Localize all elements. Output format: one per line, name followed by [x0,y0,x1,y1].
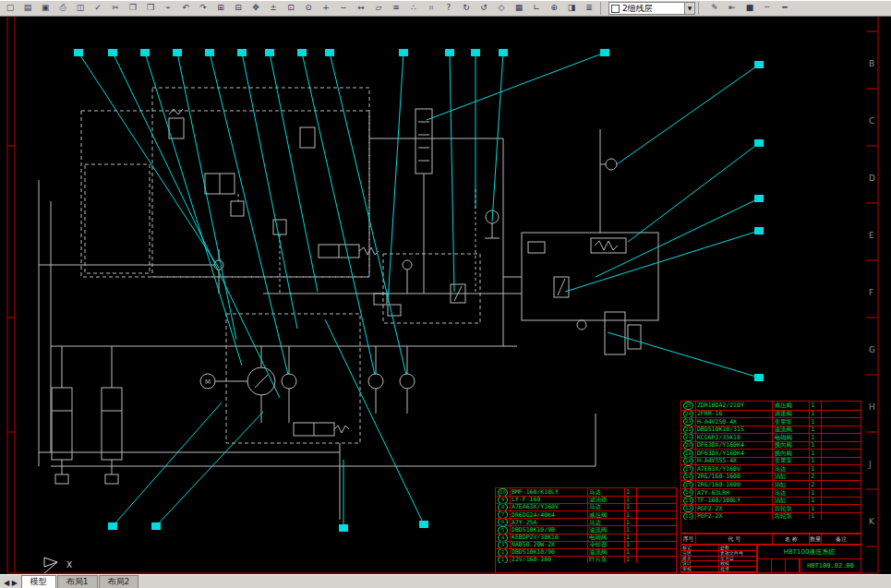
part-qty: 1 [624,542,636,548]
undo-icon[interactable]: ↶ [177,1,194,16]
part-qty: 1 [809,450,821,457]
parts-list-row: 4KEBDP2V/30K10电磁阀1 [496,534,676,541]
part-code: DBDS10K10/9B [510,526,587,533]
lineweight-control-icon[interactable]: ━ [777,1,793,16]
locate-point-icon[interactable]: ∴ [405,1,422,16]
erase-icon[interactable]: ⊟ [230,1,247,16]
parts-list-column-header: 序号 [681,534,695,544]
balloon-marker[interactable] [237,49,247,56]
properties-icon[interactable]: ◨ [563,1,580,16]
save-icon[interactable]: ▣ [37,1,54,16]
area-icon[interactable]: ▱ [370,1,387,16]
balloon-marker[interactable] [754,374,764,381]
balloon-marker[interactable] [108,49,117,56]
part-code: KCG6P2/35K10 [695,434,773,441]
calculator-icon[interactable]: ⌗ [423,1,439,16]
zone-letter: H [869,403,875,412]
balloon-marker[interactable] [471,49,480,56]
balloon-marker[interactable] [399,49,408,56]
copy-icon[interactable]: ❐ [125,1,141,16]
item-number: 14 [681,489,695,497]
balloon-marker[interactable] [74,49,83,56]
item-number: 24 [681,411,695,418]
zoom-realtime-icon[interactable]: ± [265,1,282,16]
part-remark [636,526,676,533]
color-control-icon[interactable]: ■ [741,1,758,16]
item-number: 23 [681,418,695,426]
part-name: 马达 [587,504,624,510]
layout-tab-layout2[interactable]: 布局2 [99,575,139,588]
balloon-marker[interactable] [754,227,764,234]
part-name: 换向阀 [772,442,809,450]
new-icon[interactable]: ▢ [2,1,18,16]
part-code: DBDS10K10/90 [510,549,587,556]
balloon-marker[interactable] [205,49,214,56]
balloon-marker[interactable] [265,49,274,56]
balloon-marker[interactable] [419,521,428,528]
zoom-window-icon[interactable]: ⊡ [283,1,299,16]
balloon-marker[interactable] [339,524,348,532]
open-icon[interactable]: ▤ [19,1,36,16]
regen-icon[interactable]: ↺ [476,1,492,16]
osnap-icon[interactable]: ⊕ [546,1,562,16]
title-block: 标记处数分区更改文件号签名年月日设计校核审核批准 HBT100液压系统 HBT1… [680,545,861,573]
toolbar-separator [600,2,606,15]
chevron-down-icon[interactable]: ▼ [684,3,694,14]
part-name: 油缸 [772,498,809,505]
linetype-control-icon[interactable]: ╌ [759,1,776,16]
item-number: 22 [681,426,695,434]
balloon-marker[interactable] [754,139,764,147]
spell-check-icon[interactable]: ✓ [90,1,106,16]
insert-block-icon[interactable]: ⊞ [212,1,229,16]
layer-dropdown[interactable]: 2细线层 ▼ [608,2,695,15]
item-number: 15 [681,481,695,488]
zoom-previous-icon[interactable]: ⊙ [300,1,317,16]
svg-text:M: M [205,378,211,386]
print-icon[interactable]: ⎙ [54,1,71,16]
balloon-marker[interactable] [151,522,161,530]
balloon-marker[interactable] [297,49,307,56]
title-block-revision-grid: 标记处数分区更改文件号签名年月日设计校核审核批准 [681,546,758,572]
make-layer-current-icon[interactable]: ✎ [706,1,723,16]
help-icon[interactable]: ? [440,1,457,16]
ortho-icon[interactable]: ∟ [528,1,545,16]
layers-icon[interactable]: ≣ [581,1,597,16]
redo-icon[interactable]: ↷ [195,1,211,16]
layout-tab-layout1[interactable]: 布局1 [57,575,98,588]
item-number: 18 [681,458,695,465]
layout-tab-model[interactable]: 模型 [21,575,56,588]
match-properties-icon[interactable]: ⌁ [160,1,176,16]
cut-icon[interactable]: ✂ [107,1,124,16]
distance-icon[interactable]: ↔ [353,1,369,16]
balloon-marker[interactable] [173,49,182,56]
part-qty: 1 [624,549,636,556]
balloon-marker[interactable] [499,49,508,56]
balloon-marker[interactable] [140,49,150,56]
snap-icon[interactable]: ◇ [493,1,510,16]
paste-icon[interactable]: ❒ [142,1,159,16]
tab-nav-arrows[interactable]: ◀ ▶ [0,579,21,588]
pan-realtime-icon[interactable]: ✥ [247,1,264,16]
parts-list-row: 162RG/160-1600油缸2 [681,473,861,481]
balloon-marker[interactable] [325,49,334,56]
part-code: LY-F-160 [510,497,587,503]
print-preview-icon[interactable]: ◫ [72,1,89,16]
part-qty: 2 [809,474,821,481]
part-remark [821,411,861,418]
zoom-in-icon[interactable]: + [318,1,334,16]
grid-icon[interactable]: ▦ [511,1,527,16]
balloon-marker[interactable] [445,49,454,56]
parts-list-row: 122V/160-100叶片泵1 [496,556,676,563]
redraw-icon[interactable]: ↻ [458,1,475,16]
drawing-canvas[interactable]: M X BCDEFGHJK 25ZDR10DA2/210Y减压阀1242FRM-… [0,17,891,574]
balloon-marker[interactable] [108,522,117,530]
layer-previous-icon[interactable]: ⇤ [724,1,740,16]
balloon-marker[interactable] [600,49,609,56]
part-name: 滤油器 [587,497,624,503]
balloon-marker[interactable] [754,61,764,68]
part-qty: 1 [809,402,821,410]
list-icon[interactable]: ≡ [388,1,404,16]
zoom-out-icon[interactable]: − [335,1,352,16]
parts-list-row: 8A7EA63X/Y160V马达1 [496,503,676,510]
balloon-marker[interactable] [754,195,764,202]
